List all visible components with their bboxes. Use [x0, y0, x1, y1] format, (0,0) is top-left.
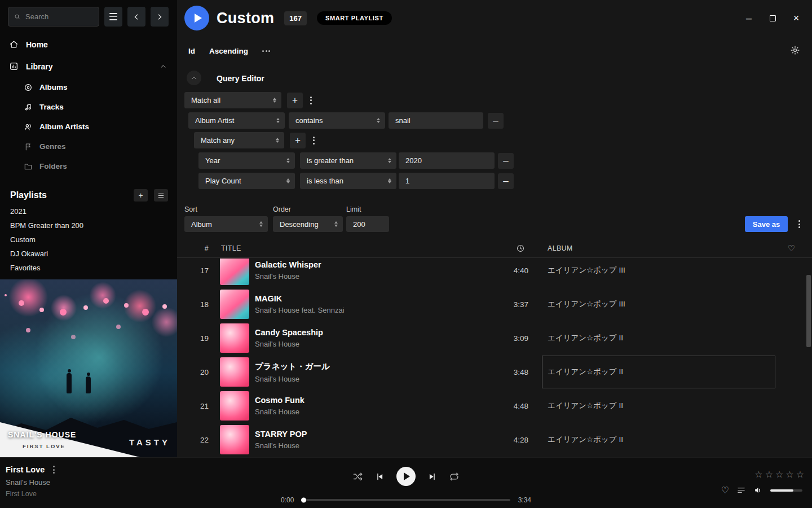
star-icon[interactable]: ☆	[796, 469, 804, 480]
album-art-thumbnail	[220, 425, 249, 454]
remove-rule-button[interactable]: –	[498, 153, 514, 169]
search-box[interactable]	[8, 7, 99, 27]
order-label: Order	[273, 205, 291, 213]
select-value: Play Count	[205, 177, 241, 185]
play-pause-button[interactable]	[396, 467, 416, 486]
save-as-button[interactable]: Save as	[745, 216, 788, 232]
favorite-column-icon: ♡	[788, 243, 796, 253]
limit-input[interactable]	[346, 216, 389, 232]
rule-field-select[interactable]: Year	[198, 152, 295, 169]
close-button[interactable]: ×	[787, 11, 805, 25]
star-icon[interactable]: ☆	[785, 469, 793, 480]
add-playlist-button[interactable]: +	[134, 189, 148, 202]
forward-button[interactable]	[151, 7, 169, 27]
track-menu-icon[interactable]	[53, 466, 55, 474]
match-select[interactable]: Match any	[194, 132, 284, 148]
plus-icon: +	[295, 135, 301, 146]
chevron-up-icon[interactable]	[160, 63, 167, 70]
playlist-item[interactable]: DJ Okawari	[0, 247, 177, 261]
sort-direction-button[interactable]: Ascending	[209, 47, 248, 55]
select-value: Album	[191, 220, 212, 229]
table-row[interactable]: 22 STARRY POP Snail's House 4:28 エイリアン☆ポ…	[177, 423, 812, 457]
playlist-list-button[interactable]	[154, 189, 168, 202]
settings-button[interactable]	[790, 45, 800, 55]
album-art-thumbnail	[220, 391, 249, 421]
playlist-item[interactable]: Custom	[0, 233, 177, 247]
table-row[interactable]: 17 Galactic Whisper Snail's House 4:40 エ…	[177, 259, 812, 287]
play-playlist-button[interactable]	[184, 6, 209, 30]
rule-field-select[interactable]: Album Artist	[188, 112, 285, 129]
add-rule-button[interactable]: +	[290, 133, 306, 148]
sidebar-item-folders[interactable]: Folders	[0, 156, 177, 176]
order-select[interactable]: Descending	[273, 216, 343, 232]
track-title: STARRY POP	[255, 430, 475, 439]
minimize-button[interactable]: –	[740, 11, 758, 25]
shuffle-button[interactable]	[352, 471, 363, 482]
rule-operator-select[interactable]: is greater than	[300, 152, 396, 169]
next-icon	[427, 472, 437, 481]
more-options-icon[interactable]	[262, 50, 270, 52]
sidebar-item-genres[interactable]: Genres	[0, 137, 177, 156]
table-row[interactable]: 19 Candy Spaceship Snail's House 3:09 エイ…	[177, 321, 812, 355]
group-menu-icon[interactable]	[310, 97, 312, 104]
sidebar-item-home[interactable]: Home	[0, 33, 177, 55]
playlist-item[interactable]: Favorites	[0, 261, 177, 275]
rule-value-input[interactable]	[399, 152, 495, 169]
sidebar-item-tracks[interactable]: Tracks	[0, 97, 177, 117]
track-title: Cosmo Funk	[255, 396, 475, 405]
next-button[interactable]	[427, 472, 437, 481]
playlist-item[interactable]: BPM Greater than 200	[0, 218, 177, 233]
sort-field-button[interactable]: Id	[188, 47, 195, 55]
match-select[interactable]: Match all	[184, 92, 281, 108]
queue-button[interactable]	[736, 485, 746, 495]
track-album: エイリアン☆ポップ III	[548, 299, 625, 309]
query-editor-title: Query Editor	[217, 74, 264, 83]
genres-icon	[24, 142, 33, 151]
favorite-button[interactable]: ♡	[721, 485, 729, 496]
track-album: エイリアン☆ポップ II	[548, 435, 623, 445]
remove-rule-button[interactable]: –	[498, 173, 514, 189]
previous-button[interactable]	[375, 472, 385, 481]
repeat-button[interactable]	[449, 471, 460, 482]
add-rule-button[interactable]: +	[287, 93, 303, 108]
sidebar-item-albums[interactable]: Albums	[0, 77, 177, 97]
sidebar-item-library[interactable]: Library	[0, 55, 177, 77]
sort-select[interactable]: Album	[184, 216, 268, 232]
volume-slider[interactable]	[770, 489, 802, 492]
playback-controls	[352, 467, 460, 486]
table-row[interactable]: 18 MAGIK Snail's House feat. Sennzai 3:3…	[177, 287, 812, 321]
volume-button[interactable]	[753, 485, 763, 495]
star-icon[interactable]: ☆	[765, 469, 773, 480]
rule-field-select[interactable]: Play Count	[198, 173, 295, 189]
rule-value-input[interactable]	[389, 112, 483, 129]
playlist-item[interactable]: 2021	[0, 204, 177, 218]
table-row[interactable]: 21 Cosmo Funk Snail's House 4:48 エイリアン☆ポ…	[177, 389, 812, 423]
query-editor-collapse-button[interactable]	[187, 71, 201, 85]
menu-button[interactable]	[104, 7, 122, 27]
group-menu-icon[interactable]	[313, 137, 315, 144]
sidebar-item-album-artists[interactable]: Album Artists	[0, 117, 177, 137]
star-icon[interactable]: ☆	[754, 469, 762, 480]
remove-rule-button[interactable]: –	[488, 113, 504, 129]
rule-operator-select[interactable]: is less than	[300, 173, 396, 189]
search-input[interactable]	[25, 12, 94, 21]
nav-label: Library	[26, 62, 52, 71]
track-artist: Snail's House	[255, 375, 475, 383]
player-bar: First Love Snail's House First Love 0:00…	[0, 457, 812, 508]
minimize-icon: –	[746, 12, 752, 24]
star-icon[interactable]: ☆	[775, 469, 783, 480]
scrollbar-thumb[interactable]	[806, 275, 811, 347]
chevron-left-icon	[132, 12, 141, 21]
back-button[interactable]	[127, 7, 145, 27]
save-menu-icon[interactable]	[798, 220, 800, 228]
select-arrows-icon	[388, 178, 391, 184]
seek-bar[interactable]	[302, 499, 510, 501]
seek-handle[interactable]	[301, 498, 306, 503]
focused-album-cell[interactable]: エイリアン☆ポップ II	[528, 355, 771, 389]
rule-operator-select[interactable]: contains	[289, 112, 385, 129]
table-row[interactable]: 20 プラネット・ガール Snail's House 3:48 エイリアン☆ポッ…	[177, 355, 812, 389]
rule-value-input[interactable]	[399, 173, 495, 189]
shuffle-icon	[352, 471, 363, 482]
maximize-button[interactable]	[764, 11, 782, 25]
track-album: エイリアン☆ポップ II	[548, 401, 623, 411]
